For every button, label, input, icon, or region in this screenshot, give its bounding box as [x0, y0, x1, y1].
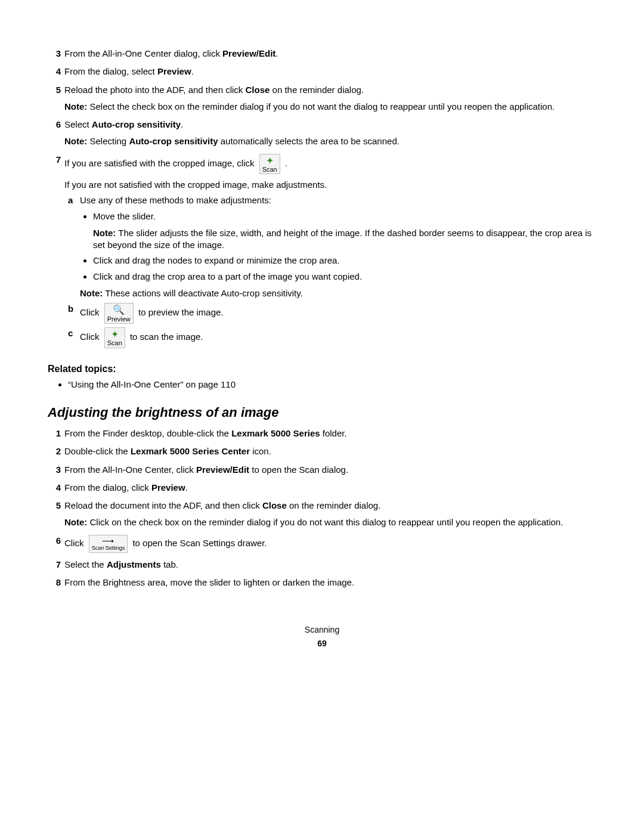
- step-body: If you are satisfied with the cropped im…: [64, 154, 596, 352]
- note-body: The slider adjusts the file size, width,…: [93, 228, 592, 250]
- note-label: Note:: [64, 136, 87, 146]
- text: Click: [80, 332, 102, 342]
- bold-text: Lexmark 5000 Series: [231, 428, 320, 438]
- text: Click: [80, 308, 102, 318]
- text: From the All-in-One Center dialog, click: [64, 48, 222, 58]
- text: From the All-In-One Center, click: [64, 465, 196, 475]
- note-label: Note:: [80, 288, 103, 298]
- step-body: Select Auto-crop sensitivity. Note: Sele…: [64, 119, 596, 148]
- note-body: Click on the check box on the reminder d…: [87, 517, 563, 527]
- bold-text: Lexmark 5000 Series Center: [131, 446, 250, 456]
- note-body: Select the check box on the reminder dia…: [87, 101, 555, 112]
- scan-button-icon: ✦ Scan: [104, 327, 125, 348]
- step-number: 3: [48, 48, 61, 60]
- step-body: Reload the document into the ADF, and th…: [64, 500, 596, 529]
- text: Reload the photo into the ADF, and then …: [64, 85, 246, 95]
- related-topics-heading: Related topics:: [48, 363, 596, 376]
- substep-letter: a: [68, 194, 80, 299]
- bullet-item: Click and drag the crop area to a part o…: [93, 271, 596, 283]
- note-label: Note:: [93, 228, 116, 238]
- step-body: Reload the photo into the ADF, and then …: [64, 84, 596, 113]
- bold-text: Close: [262, 500, 287, 510]
- text: to open the Scan Settings drawer.: [132, 538, 267, 548]
- bold-text: Preview: [157, 66, 191, 76]
- brightness-step-6: 6 Click ⟶ Scan Settings to open the Scan…: [48, 535, 596, 553]
- brightness-step-3: 3 From the All-In-One Center, click Prev…: [48, 464, 596, 476]
- page-footer: Scanning 69: [48, 624, 596, 649]
- star-icon: ✦: [107, 329, 122, 340]
- text: automatically selects the area to be sca…: [218, 136, 400, 146]
- star-icon: ✦: [262, 156, 277, 166]
- note: Note: The slider adjusts the file size, …: [93, 227, 596, 252]
- text: From the dialog, select: [64, 66, 157, 76]
- step-body: Double-click the Lexmark 5000 Series Cen…: [64, 445, 596, 457]
- text: From the Finder desktop, double-click th…: [64, 428, 231, 438]
- step-3: 3 From the All-in-One Center dialog, cli…: [48, 48, 596, 60]
- note: Note: Selecting Auto-crop sensitivity au…: [64, 135, 596, 147]
- step-number: 5: [48, 500, 61, 529]
- step-body: Select the Adjustments tab.: [64, 559, 596, 571]
- icon-label: Scan: [262, 166, 277, 173]
- substep-letter: c: [68, 327, 80, 348]
- note: Note: These actions will deactivate Auto…: [80, 287, 596, 299]
- footer-chapter: Scanning: [48, 624, 596, 636]
- step-number: 5: [48, 84, 61, 113]
- step-body: From the dialog, click Preview.: [64, 482, 596, 494]
- brightness-step-5: 5 Reload the document into the ADF, and …: [48, 500, 596, 529]
- bold-text: Preview/Edit: [222, 48, 275, 58]
- bold-text: Auto-crop sensitivity: [129, 136, 218, 146]
- icon-label: Scan: [107, 339, 122, 346]
- step-body: From the dialog, select Preview.: [64, 66, 596, 78]
- text: to open the Scan dialog.: [249, 465, 348, 475]
- icon-label: Preview: [107, 315, 131, 323]
- note-label: Note:: [64, 101, 87, 112]
- bullet-item: Click and drag the nodes to expand or mi…: [93, 255, 596, 267]
- text: on the reminder dialog.: [287, 500, 381, 510]
- step-body: Click ⟶ Scan Settings to open the Scan S…: [64, 535, 596, 553]
- substep-letter: b: [68, 303, 80, 324]
- bullet-item: Move the slider. Note: The slider adjust…: [93, 210, 596, 252]
- text: Select the: [64, 559, 107, 569]
- text: Click: [64, 538, 86, 548]
- text: .: [185, 482, 188, 493]
- step-body: From the Brightness area, move the slide…: [64, 577, 596, 589]
- note: Note: Click on the check box on the remi…: [64, 516, 596, 528]
- text: .: [285, 158, 287, 168]
- related-topic-item: “Using the All-In-One Center” on page 11…: [68, 379, 596, 391]
- step-body: From the All-in-One Center dialog, click…: [64, 48, 596, 60]
- step-body: From the All-In-One Center, click Previe…: [64, 464, 596, 476]
- magnifier-icon: 🔍: [107, 305, 131, 315]
- substep-b: b Click 🔍 Preview to preview the image.: [68, 303, 596, 324]
- brightness-step-2: 2 Double-click the Lexmark 5000 Series C…: [48, 445, 596, 457]
- step-number: 3: [48, 464, 61, 476]
- text: folder.: [320, 428, 347, 438]
- step-7: 7 If you are satisfied with the cropped …: [48, 154, 596, 352]
- text: Move the slider.: [93, 211, 156, 221]
- line: If you are not satisfied with the croppe…: [64, 179, 596, 191]
- scan-button-icon: ✦ Scan: [259, 154, 280, 175]
- text: .: [275, 48, 278, 58]
- section-heading-adjusting-brightness: Adjusting the brightness of an image: [48, 404, 596, 422]
- text: .: [181, 119, 183, 129]
- related-topics-list: “Using the All-In-One Center” on page 11…: [68, 379, 596, 391]
- scan-settings-button-icon: ⟶ Scan Settings: [89, 535, 128, 553]
- text: Reload the document into the ADF, and th…: [64, 500, 262, 510]
- bold-text: Preview/Edit: [196, 465, 249, 475]
- brightness-step-7: 7 Select the Adjustments tab.: [48, 559, 596, 571]
- preview-button-icon: 🔍 Preview: [104, 303, 134, 324]
- step-4: 4 From the dialog, select Preview.: [48, 66, 596, 78]
- step-number: 6: [48, 535, 61, 553]
- step-6: 6 Select Auto-crop sensitivity. Note: Se…: [48, 119, 596, 148]
- text: If you are satisfied with the cropped im…: [64, 158, 257, 168]
- wrench-icon: ⟶: [92, 537, 125, 546]
- note-body: These actions will deactivate Auto-crop …: [103, 288, 302, 298]
- substep-body: Click ✦ Scan to scan the image.: [80, 327, 596, 348]
- text: Selecting: [87, 136, 129, 146]
- text: to scan the image.: [130, 332, 203, 342]
- bold-text: Adjustments: [107, 559, 161, 569]
- step-number: 7: [48, 154, 61, 352]
- step-number: 7: [48, 559, 61, 571]
- text: tab.: [161, 559, 178, 569]
- step-number: 8: [48, 577, 61, 589]
- step-number: 4: [48, 482, 61, 494]
